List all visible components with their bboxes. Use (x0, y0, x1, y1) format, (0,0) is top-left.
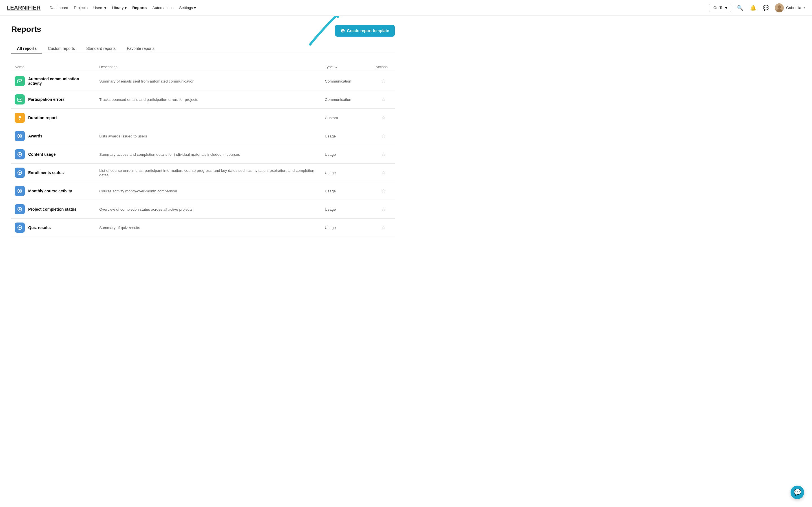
create-report-template-button[interactable]: ⊕ Create report template (335, 25, 395, 37)
favorite-button[interactable]: ☆ (379, 169, 388, 176)
chevron-down-icon: ▾ (124, 6, 126, 10)
logo[interactable]: LEARNIFIER (7, 4, 41, 11)
table-row: Content usage Summary access and complet… (11, 145, 395, 164)
table-row: Participation errors Tracks bounced emai… (11, 91, 395, 109)
report-name-cell: Awards (11, 127, 96, 145)
goto-button[interactable]: Go To ▾ (709, 4, 731, 12)
nav-automations[interactable]: Automations (152, 6, 173, 10)
nav-dashboard[interactable]: Dashboard (50, 6, 68, 10)
nav-settings[interactable]: Settings ▾ (179, 6, 196, 10)
svg-rect-3 (17, 80, 22, 83)
report-description: Summary of quiz results (96, 219, 321, 237)
report-actions-cell: ☆ (372, 164, 395, 182)
col-header-description: Description (96, 62, 321, 72)
report-name-label: Duration report (28, 115, 57, 120)
tab-standard-reports[interactable]: Standard reports (81, 43, 121, 54)
user-name: Gabriella (786, 6, 801, 10)
page-title: Reports (11, 25, 41, 34)
report-description: Overview of completion status across all… (96, 200, 321, 219)
report-name-cell: Duration report (11, 109, 96, 127)
report-icon (15, 168, 25, 178)
col-header-actions: Actions (372, 62, 395, 72)
search-button[interactable]: 🔍 (736, 4, 744, 12)
reports-table: Name Description Type ▲ Actions Automate… (11, 62, 395, 237)
table-row: Monthly course activity Course activity … (11, 182, 395, 200)
svg-rect-7 (19, 119, 20, 120)
report-type: Communication (321, 91, 372, 109)
svg-point-1 (777, 5, 781, 9)
report-icon (15, 113, 25, 123)
favorite-button[interactable]: ☆ (379, 114, 388, 121)
report-name-label: Participation errors (28, 97, 64, 102)
nav-users[interactable]: Users ▾ (93, 6, 106, 10)
tab-favorite-reports[interactable]: Favorite reports (121, 43, 160, 54)
avatar (775, 3, 784, 12)
col-header-name: Name (11, 62, 96, 72)
favorite-button[interactable]: ☆ (379, 96, 388, 103)
report-icon (15, 76, 25, 86)
report-type: Usage (321, 127, 372, 145)
favorite-button[interactable]: ☆ (379, 224, 388, 231)
table-row: Quiz results Summary of quiz results Usa… (11, 219, 395, 237)
svg-rect-4 (17, 98, 22, 101)
navbar: LEARNIFIER Dashboard Projects Users ▾ Li… (0, 0, 812, 16)
report-type: Usage (321, 200, 372, 219)
tab-all-reports[interactable]: All reports (11, 43, 42, 54)
sort-icon: ▲ (335, 65, 338, 69)
report-name-cell: Quiz results (11, 219, 96, 237)
report-actions-cell: ☆ (372, 182, 395, 200)
favorite-button[interactable]: ☆ (379, 77, 388, 85)
messages-button[interactable]: 💬 (762, 4, 770, 12)
nav-links: Dashboard Projects Users ▾ Library ▾ Rep… (50, 6, 709, 10)
plus-circle-icon: ⊕ (341, 27, 345, 34)
report-name-label: Content usage (28, 152, 56, 157)
report-icon (15, 204, 25, 214)
report-name-label: Enrollments status (28, 170, 64, 175)
favorite-button[interactable]: ☆ (379, 206, 388, 213)
report-name-cell: Automated communication activity (11, 72, 96, 91)
report-icon (15, 186, 25, 196)
chevron-down-icon: ▾ (194, 6, 196, 10)
favorite-button[interactable]: ☆ (379, 151, 388, 158)
svg-point-17 (19, 209, 20, 210)
report-actions-cell: ☆ (372, 219, 395, 237)
nav-reports[interactable]: Reports (132, 6, 147, 10)
svg-point-19 (19, 227, 20, 228)
report-name-cell: Enrollments status (11, 164, 96, 182)
report-type: Usage (321, 145, 372, 164)
svg-point-11 (19, 154, 20, 155)
nav-projects[interactable]: Projects (74, 6, 88, 10)
report-type: Usage (321, 182, 372, 200)
report-name-cell: Content usage (11, 145, 96, 164)
col-header-type[interactable]: Type ▲ (321, 62, 372, 72)
report-description (96, 109, 321, 127)
main-content: Reports ⊕ Create report template All rep… (0, 16, 406, 246)
report-actions-cell: ☆ (372, 145, 395, 164)
report-description: List of course enrollments, participant … (96, 164, 321, 182)
report-icon (15, 131, 25, 141)
report-description: Lists awards issued to users (96, 127, 321, 145)
favorite-button[interactable]: ☆ (379, 132, 388, 140)
table-row: Duration report Custom ☆ (11, 109, 395, 127)
report-name-label: Automated communication activity (28, 76, 93, 86)
report-actions-cell: ☆ (372, 91, 395, 109)
report-name-cell: Project completion status (11, 200, 96, 219)
table-row: Automated communication activity Summary… (11, 72, 395, 91)
report-type: Usage (321, 219, 372, 237)
report-icon (15, 94, 25, 105)
report-type: Communication (321, 72, 372, 91)
report-name-label: Awards (28, 134, 42, 138)
user-menu[interactable]: Gabriella ▾ (775, 3, 805, 12)
report-actions-cell: ☆ (372, 72, 395, 91)
svg-point-15 (19, 190, 20, 192)
report-description: Tracks bounced emails and participation … (96, 91, 321, 109)
nav-library[interactable]: Library ▾ (112, 6, 126, 10)
report-type: Custom (321, 109, 372, 127)
favorite-button[interactable]: ☆ (379, 187, 388, 194)
tab-custom-reports[interactable]: Custom reports (42, 43, 81, 54)
chevron-down-icon: ▾ (804, 6, 805, 10)
report-description: Course activity month-over-month compari… (96, 182, 321, 200)
report-actions-cell: ☆ (372, 109, 395, 127)
report-tabs: All reports Custom reports Standard repo… (11, 43, 395, 54)
notifications-button[interactable]: 🔔 (749, 4, 757, 12)
